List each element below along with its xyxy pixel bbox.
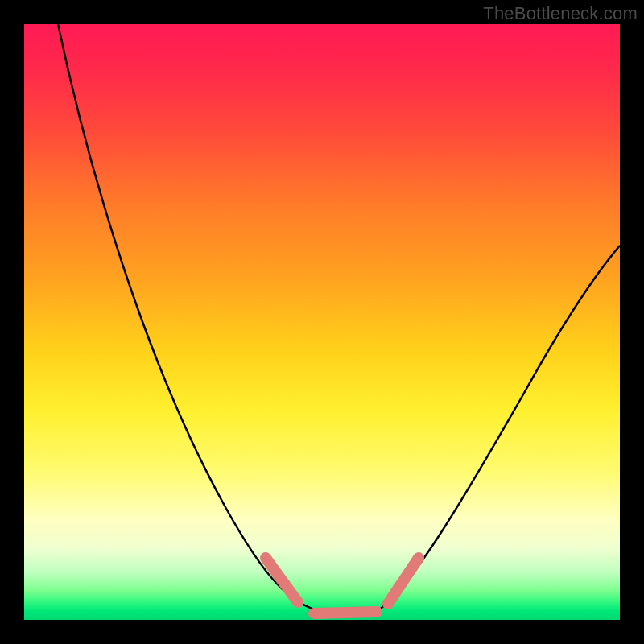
marker-left — [266, 558, 298, 602]
plot-area — [24, 24, 620, 620]
marker-bottom — [314, 612, 377, 613]
curve-left — [58, 24, 322, 612]
curve-layer — [24, 24, 620, 620]
chart-frame: TheBottleneck.com — [0, 0, 644, 644]
marker-right — [388, 558, 419, 604]
attribution-text: TheBottleneck.com — [483, 3, 638, 24]
